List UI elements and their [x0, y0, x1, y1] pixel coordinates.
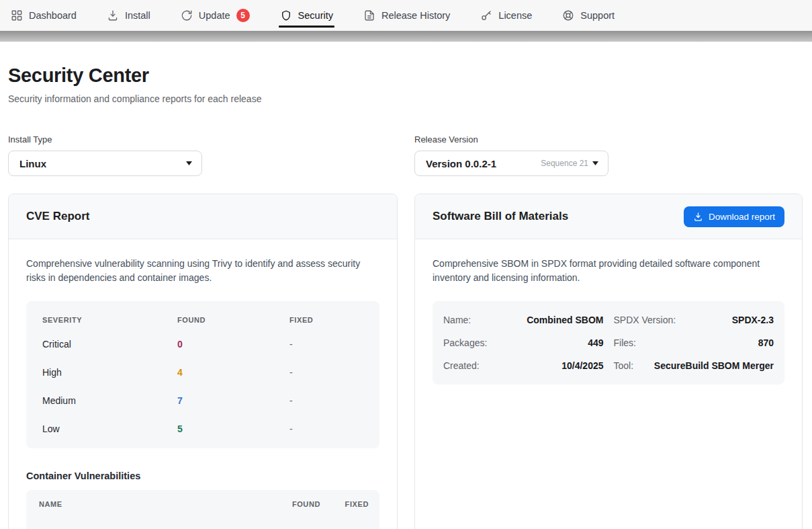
cve-card-header: CVE Report [9, 194, 397, 239]
col-fixed: FIXED [289, 316, 363, 324]
list-item: Tool: SecureBuild SBOM Merger [614, 354, 774, 377]
document-icon [363, 9, 375, 22]
chevron-down-icon [186, 161, 192, 165]
col-severity: SEVERITY [42, 316, 177, 324]
sbom-details: Name: Combined SBOM SPDX Version: SPDX-2… [433, 301, 784, 384]
install-type-label: Install Type [8, 134, 398, 145]
nav-label: Security [298, 10, 333, 21]
nav-label: Release History [381, 10, 450, 21]
filters-row: Install Type Linux Release Version Versi… [8, 134, 803, 176]
cve-card-title: CVE Report [26, 210, 89, 223]
key-icon [480, 9, 492, 22]
sbom-card-header: Software Bill of Materials Download repo… [415, 194, 802, 239]
sequence-label: Sequence 21 [541, 159, 588, 168]
sbom-card-body: Comprehensive SBOM in SPDX format provid… [415, 239, 802, 402]
detail-value: 449 [588, 337, 603, 348]
fixed-count: - [289, 339, 363, 350]
detail-label: SPDX Version: [614, 315, 683, 325]
severity-name: Low [42, 423, 177, 434]
severity-name: High [42, 367, 177, 378]
page-subtitle: Security information and compliance repo… [8, 93, 803, 104]
release-version-filter: Release Version Version 0.0.2-1 Sequence… [414, 134, 803, 176]
detail-value: 870 [758, 337, 774, 348]
life-buoy-icon [562, 9, 574, 22]
nav-label: Dashboard [29, 10, 77, 21]
list-item: Name: Combined SBOM [443, 309, 604, 331]
nav-label: Update [199, 10, 230, 21]
detail-label: Packages: [443, 337, 494, 348]
nav-item-support[interactable]: Support [562, 0, 615, 30]
found-count: 7 [177, 395, 289, 406]
nav-item-dashboard[interactable]: Dashboard [11, 0, 77, 30]
detail-value: 10/4/2025 [561, 360, 603, 371]
table-row: Medium 7 - [42, 386, 363, 415]
dashboard-icon [11, 9, 23, 22]
found-count: 5 [177, 423, 289, 434]
nav-item-security[interactable]: Security [280, 0, 333, 30]
cve-report-card: CVE Report Comprehensive vulnerability s… [8, 194, 398, 529]
release-version-select[interactable]: Version 0.0.2-1 Sequence 21 [414, 151, 608, 176]
release-version-label: Release Version [414, 134, 803, 145]
main-content: Security Center Security information and… [0, 65, 812, 529]
nav-item-install[interactable]: Install [107, 0, 150, 30]
col-found: FOUND [292, 500, 320, 508]
nav-item-license[interactable]: License [480, 0, 532, 30]
table-row: Critical 0 - [42, 330, 363, 358]
fixed-count: - [289, 395, 363, 406]
update-count-badge: 5 [236, 9, 250, 22]
table-row: Low 5 - [42, 415, 363, 443]
detail-label: Files: [614, 337, 643, 348]
refresh-icon [181, 9, 193, 22]
nav-label: Support [580, 10, 615, 21]
sbom-card-title: Software Bill of Materials [433, 210, 568, 223]
download-report-button[interactable]: Download report [684, 206, 784, 227]
container-vulnerabilities-table: NAME FOUND FIXED [26, 490, 379, 529]
severity-table: SEVERITY FOUND FIXED Critical 0 - High 4… [26, 301, 379, 448]
top-divider-band [0, 31, 812, 42]
found-count: 0 [177, 339, 289, 350]
severity-name: Critical [42, 339, 177, 350]
col-name: NAME [39, 500, 263, 508]
nav-label: License [498, 10, 532, 21]
container-vulnerabilities-header: NAME FOUND FIXED [39, 490, 369, 518]
nav-item-release-history[interactable]: Release History [363, 0, 450, 30]
table-row: High 4 - [42, 358, 363, 386]
install-type-select[interactable]: Linux [8, 151, 202, 176]
detail-value: Combined SBOM [527, 315, 603, 325]
install-type-value: Linux [19, 158, 46, 169]
detail-label: Tool: [614, 360, 641, 371]
chevron-down-icon [592, 161, 598, 165]
top-nav: Dashboard Install Update 5 Security [0, 0, 812, 31]
list-item: Files: 870 [614, 331, 774, 354]
cards-row: CVE Report Comprehensive vulnerability s… [8, 194, 803, 529]
download-icon [107, 9, 119, 22]
install-type-filter: Install Type Linux [8, 134, 398, 176]
detail-value: SecureBuild SBOM Merger [654, 360, 774, 371]
detail-label: Created: [443, 360, 486, 371]
cve-card-body: Comprehensive vulnerability scanning usi… [9, 239, 397, 529]
release-version-value: Version 0.0.2-1 [426, 158, 496, 169]
col-fixed: FIXED [345, 500, 369, 508]
severity-table-header: SEVERITY FOUND FIXED [42, 307, 363, 330]
container-vulnerabilities-title: Container Vulnerabilities [26, 471, 379, 481]
detail-label: Name: [443, 315, 478, 325]
list-item: SPDX Version: SPDX-2.3 [614, 309, 774, 331]
nav-label: Install [125, 10, 150, 21]
download-icon [693, 212, 703, 222]
page-title: Security Center [8, 65, 803, 87]
sbom-card: Software Bill of Materials Download repo… [414, 194, 803, 529]
shield-icon [280, 9, 292, 22]
list-item: Packages: 449 [443, 331, 604, 354]
list-item: Created: 10/4/2025 [443, 354, 604, 377]
severity-name: Medium [42, 395, 177, 406]
detail-value: SPDX-2.3 [732, 315, 774, 325]
cve-description: Comprehensive vulnerability scanning usi… [26, 257, 379, 285]
download-report-label: Download report [709, 212, 775, 222]
fixed-count: - [289, 423, 363, 434]
col-found: FOUND [177, 316, 289, 324]
fixed-count: - [289, 367, 363, 378]
sbom-description: Comprehensive SBOM in SPDX format provid… [433, 257, 784, 285]
found-count: 4 [177, 367, 289, 378]
nav-item-update[interactable]: Update 5 [181, 0, 250, 30]
